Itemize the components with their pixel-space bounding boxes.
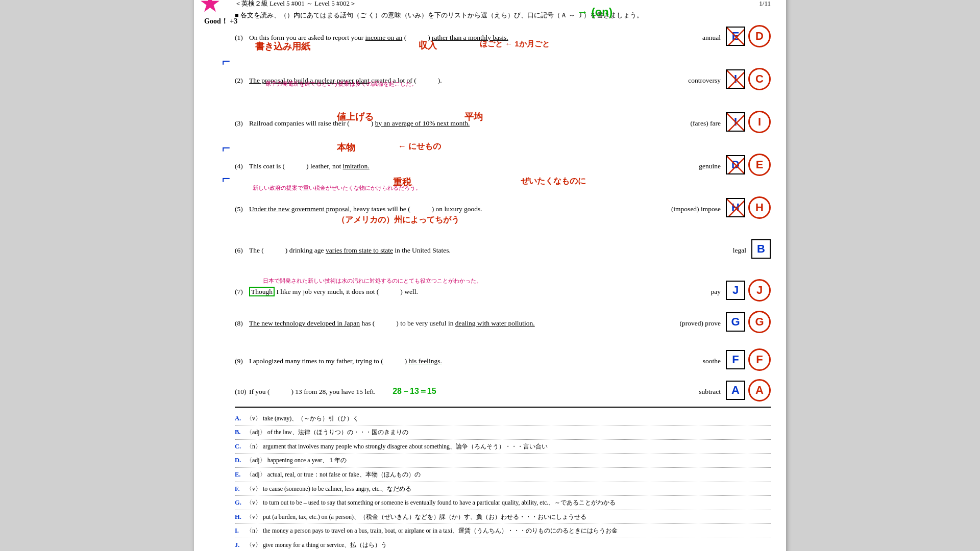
q10-num: (10) xyxy=(235,388,249,396)
q8-answer-word: (proved) prove xyxy=(644,319,726,328)
ann-q5-luxury: ぜいたくなものに xyxy=(521,176,586,187)
q9-letter: F xyxy=(732,353,739,366)
q8-answer-box: G xyxy=(726,312,745,332)
q2-num: (2) xyxy=(235,77,249,85)
q5-num: (5) xyxy=(235,205,249,213)
q9-text: I apologized many times to my father, tr… xyxy=(249,356,644,367)
question-6: (6) The ( ) drinking age varies from sta… xyxy=(235,239,771,259)
q5-answer-word: (imposed) impose xyxy=(644,205,726,213)
vocab-text-f: 〈v〉 to cause (someone) to be calmer, les… xyxy=(246,484,411,495)
q8-text: The new technology developed in Japan ha… xyxy=(249,318,644,329)
vocab-text-g: 〈v〉 to turn out to be – used to say that… xyxy=(246,497,616,509)
svg-line-2 xyxy=(727,70,744,88)
q1-num: (1) xyxy=(235,34,249,42)
q4-cross-svg xyxy=(727,156,744,173)
vocab-text-d: 〈adj〉 happening once a year、１年の xyxy=(246,455,347,466)
q7-circle-j: J xyxy=(748,279,771,302)
q6-letter: B xyxy=(757,242,765,256)
vocab-text-b: 〈adj〉 of the law、法律（ほうりつ）の・・・国のきまりの xyxy=(246,427,408,438)
vocab-label-j: J. xyxy=(235,539,244,551)
vocab-item-h: H. 〈v〉 put (a burden, tax, etc.) on (a p… xyxy=(235,510,771,524)
q10-answer-box: A xyxy=(726,381,745,400)
q9-num: (9) xyxy=(235,357,249,365)
q5-answer-box: H xyxy=(726,198,745,217)
vocab-list: A. 〈v〉 take (away)、（～から）引（ひ）く B. 〈adj〉 o… xyxy=(235,412,771,551)
q4-answer-word: genuine xyxy=(644,162,726,170)
vocab-label-c: C. xyxy=(235,441,244,453)
question-10: (10) If you ( ) 13 from 28, you have 15 … xyxy=(235,379,771,402)
q3-num: (3) xyxy=(235,119,249,128)
q3-answer-area: I I xyxy=(726,111,771,133)
vocab-label-h: H. xyxy=(235,511,244,523)
q7-num: (7) xyxy=(235,288,249,296)
q1-answer-word: annual xyxy=(644,34,726,42)
q8-answer-area: G G xyxy=(726,311,771,333)
vocab-label-g: G. xyxy=(235,497,244,509)
vocab-label-a: A. xyxy=(235,413,244,424)
ann-q5-heavy: 重税 xyxy=(393,176,411,188)
q1-answer-area: E D xyxy=(726,25,771,47)
vocab-item-e: E. 〈adj〉 actual, real, or true：not false… xyxy=(235,468,771,482)
q6-text: The ( ) drinking age varies from state t… xyxy=(249,245,670,256)
q7-letter: J xyxy=(732,284,739,297)
svg-line-0 xyxy=(727,28,744,45)
ann-q4-fake: ← にせもの xyxy=(398,141,441,152)
q5-circle-h: H xyxy=(748,196,771,219)
q7-answer-box: J xyxy=(726,281,745,300)
q10-answer-area: A A xyxy=(726,379,771,402)
ann-q10-math: 28－13＝15 xyxy=(393,387,436,395)
vocab-item-j: J. 〈v〉 give money for a thing or service… xyxy=(235,538,771,551)
page-container: ★ ＜英検２級 Level 5 #001 ～ Level 5 #002＞ 1/1… xyxy=(194,0,786,551)
q1-cross-svg xyxy=(727,28,744,45)
q8-letter: G xyxy=(731,315,740,329)
vocab-item-a: A. 〈v〉 take (away)、（～から）引（ひ）く xyxy=(235,412,771,426)
q7-answer-area: J J xyxy=(726,279,771,302)
vocab-label-i: I. xyxy=(235,525,244,537)
ann-q2-pink: 原子力発電所を建てるという提案は多くの議論を起こした。 xyxy=(265,80,417,88)
vocab-text-e: 〈adj〉 actual, real, or true：not false or… xyxy=(246,469,421,481)
svg-line-4 xyxy=(727,113,744,131)
q10-text: If you ( ) 13 from 28, you have 15 left.… xyxy=(249,385,644,398)
vocab-label-b: B. xyxy=(235,427,244,438)
star-icon: ★ xyxy=(199,0,221,17)
q4-circle-e: E xyxy=(748,154,771,176)
divider-line xyxy=(235,407,771,408)
page-num: 1/11 xyxy=(759,0,771,8)
though-box: Though xyxy=(249,287,275,296)
q9-answer-box: F xyxy=(726,350,745,369)
q3-answer-box: I xyxy=(726,112,745,132)
ann-kanji-1-nyukin: 収入 xyxy=(419,39,437,52)
q1-circle-d: D xyxy=(748,25,771,47)
vocab-text-h: 〈v〉 put (a burden, tax, etc.) on (a pers… xyxy=(246,512,586,523)
q5-text: Under the new government proposal, heavy… xyxy=(249,204,644,215)
q2-answer-word: controversy xyxy=(644,77,726,85)
question-5: (5) Under the new government proposal, h… xyxy=(235,196,771,219)
header-line: ＜英検２級 Level 5 #001 ～ Level 5 #002＞ 1/11 xyxy=(235,0,771,8)
q10-answer-word: subtract xyxy=(644,388,726,396)
ann-bracket-2: ⌐ xyxy=(222,140,230,156)
vocab-label-e: E. xyxy=(235,469,244,481)
q6-answer-word: legal xyxy=(670,246,751,255)
q6-num: (6) xyxy=(235,246,249,255)
q6-answer-box: B xyxy=(751,239,771,259)
q8-circle-g: G xyxy=(748,311,771,333)
svg-line-6 xyxy=(727,156,744,173)
q2-circle-c: C xyxy=(748,68,771,90)
q5-answer-area: H H xyxy=(726,196,771,219)
q3-text: Railroad companies will raise their ( ) … xyxy=(249,118,644,129)
ann-q6-state: （アメリカの）州によってちがう xyxy=(337,215,459,226)
vocab-item-g: G. 〈v〉 to turn out to be – used to say t… xyxy=(235,496,771,510)
q9-answer-area: F F xyxy=(726,348,771,371)
question-8: (8) The new technology developed in Japa… xyxy=(235,311,771,333)
questions-area: (1) On this form you are asked to report… xyxy=(235,25,771,402)
ann-bracket-3: ⌐ xyxy=(222,170,230,187)
vocab-item-d: D. 〈adj〉 happening once a year、１年の xyxy=(235,454,771,468)
q4-answer-box: D xyxy=(726,155,745,174)
q2-answer-area: I C xyxy=(726,68,771,90)
q3-cross-svg xyxy=(727,113,744,131)
q2-cross-svg xyxy=(727,70,744,88)
vocab-text-a: 〈v〉 take (away)、（～から）引（ひ）く xyxy=(246,413,359,424)
instruction-block: ■ 各文を読み、（）内にあてはまる話句（ご く）の意味（いみ）を下のリストから選… xyxy=(235,11,771,20)
svg-line-8 xyxy=(727,199,744,216)
q10-circle-a: A xyxy=(748,379,771,402)
